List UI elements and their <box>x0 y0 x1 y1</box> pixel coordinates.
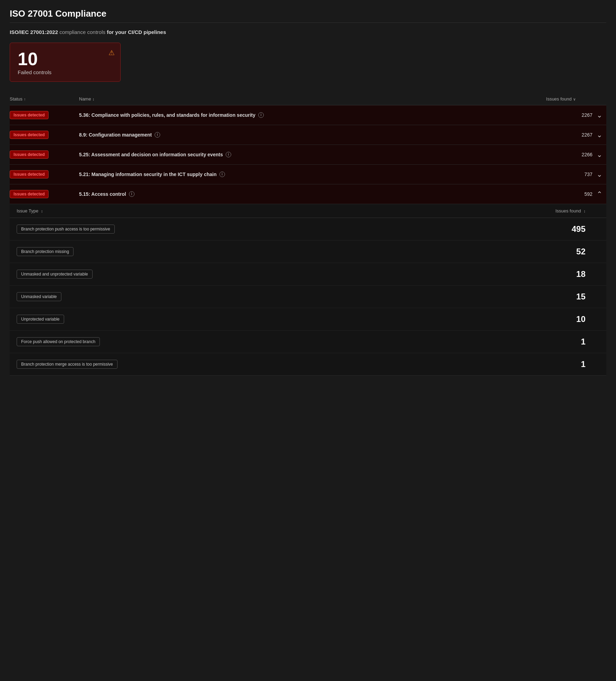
table-header-row: Status↑ Name↕ Issues found∨ <box>10 93 606 105</box>
info-icon-3[interactable]: i <box>226 152 231 157</box>
expand-btn-4[interactable] <box>592 170 606 178</box>
sub-header-issues: Issues found ↕ <box>530 208 599 213</box>
sub-table-header: Issue Type ↕ Issues found ↕ <box>10 204 606 218</box>
status-badge-4: Issues detected <box>10 170 49 178</box>
status-badge-5: Issues detected <box>10 190 49 198</box>
row-issues-1: 2267 <box>551 112 592 118</box>
header-issues: Issues found∨ <box>537 96 592 102</box>
subtitle-standard: ISO/IEC 27001:2022 <box>10 29 58 35</box>
row-issues-2: 2267 <box>551 132 592 138</box>
table-row: Issues detected 5.15: Access control i 5… <box>10 184 606 204</box>
row-status-5: Issues detected <box>10 190 79 198</box>
table-row: Issues detected 5.21: Managing informati… <box>10 165 606 184</box>
row-issues-4: 737 <box>551 172 592 177</box>
sub-row-type-7: Branch protection merge access is too pe… <box>17 360 530 369</box>
sub-row: Branch protection push access is too per… <box>10 218 606 241</box>
table-row: Issues detected 5.25: Assessment and dec… <box>10 145 606 165</box>
expand-btn-1[interactable] <box>592 111 606 119</box>
sub-issues-count-3: 18 <box>530 269 599 279</box>
row-issues-3: 2266 <box>551 152 592 157</box>
sub-row-type-4: Unmasked variable <box>17 292 530 301</box>
sub-row-type-3: Unmasked and unprotected variable <box>17 270 530 279</box>
issue-type-badge-2[interactable]: Branch protection missing <box>17 247 73 256</box>
info-icon-2[interactable]: i <box>155 132 160 138</box>
sub-row: Unprotected variable 10 <box>10 308 606 331</box>
sub-row: Branch protection missing 52 <box>10 241 606 263</box>
sub-issues-count-7: 1 <box>530 359 599 369</box>
row-name-5: 5.15: Access control i <box>79 191 551 197</box>
info-icon-1[interactable]: i <box>258 112 264 118</box>
row-name-3: 5.25: Assessment and decision on informa… <box>79 152 551 157</box>
expand-btn-2[interactable] <box>592 131 606 139</box>
row-status-1: Issues detected <box>10 111 79 119</box>
row-name-1: 5.36: Compliance with policies, rules, a… <box>79 112 551 118</box>
sub-issues-count-5: 10 <box>530 314 599 324</box>
row-status-4: Issues detected <box>10 170 79 178</box>
header-name: Name↕ <box>79 96 537 102</box>
header-status: Status↑ <box>10 96 79 102</box>
row-status-2: Issues detected <box>10 131 79 139</box>
status-sort-icon[interactable]: ↑ <box>24 97 26 101</box>
issue-type-badge-1[interactable]: Branch protection push access is too per… <box>17 225 115 234</box>
issue-type-badge-5[interactable]: Unprotected variable <box>17 315 64 324</box>
name-sort-icon[interactable]: ↕ <box>93 97 95 101</box>
table-row: Issues detected 8.9: Configuration manag… <box>10 125 606 145</box>
issue-type-badge-3[interactable]: Unmasked and unprotected variable <box>17 270 93 279</box>
subtitle-pipeline: for your CI/CD pipelines <box>107 29 166 35</box>
expand-btn-5[interactable] <box>592 190 606 198</box>
sub-row-type-6: Force push allowed on protected branch <box>17 337 530 346</box>
issue-type-badge-6[interactable]: Force push allowed on protected branch <box>17 337 100 346</box>
sub-issues-count-1: 495 <box>530 224 599 234</box>
failed-controls-number: 10 <box>18 50 113 68</box>
page-title: ISO 27001 Compliance <box>10 8 606 19</box>
sub-row: Branch protection merge access is too pe… <box>10 353 606 375</box>
sub-row-type-2: Branch protection missing <box>17 247 530 256</box>
sub-header-type: Issue Type ↕ <box>17 208 530 213</box>
sub-row-type-5: Unprotected variable <box>17 315 530 324</box>
expand-btn-3[interactable] <box>592 150 606 159</box>
expanded-section: Issue Type ↕ Issues found ↕ Branch prote… <box>10 204 606 376</box>
row-issues-5: 592 <box>551 191 592 197</box>
row-name-4: 5.21: Managing information security in t… <box>79 172 551 177</box>
sub-issues-sort-icon[interactable]: ↕ <box>584 209 586 213</box>
main-table: Status↑ Name↕ Issues found∨ Issues detec… <box>10 93 606 376</box>
sub-issues-count-2: 52 <box>530 247 599 256</box>
sub-type-sort-icon[interactable]: ↕ <box>41 209 43 213</box>
issue-type-badge-4[interactable]: Unmasked variable <box>17 292 61 301</box>
page-container: ISO 27001 Compliance ISO/IEC 27001:2022 … <box>0 0 616 384</box>
table-row: Issues detected 5.36: Compliance with po… <box>10 105 606 125</box>
info-icon-4[interactable]: i <box>219 172 225 177</box>
sub-row: Unmasked and unprotected variable 18 <box>10 263 606 286</box>
subtitle-compliance: compliance controls <box>58 29 107 35</box>
status-badge-1: Issues detected <box>10 111 49 119</box>
failed-controls-card: 10 Failed controls ⚠ <box>10 43 121 82</box>
failed-controls-label: Failed controls <box>18 69 113 75</box>
issues-sort-icon[interactable]: ∨ <box>573 97 576 102</box>
sub-issues-count-4: 15 <box>530 292 599 302</box>
warning-icon: ⚠ <box>109 49 115 57</box>
status-badge-2: Issues detected <box>10 131 49 139</box>
sub-row: Unmasked variable 15 <box>10 286 606 308</box>
sub-issues-count-6: 1 <box>530 337 599 347</box>
page-divider <box>10 23 606 23</box>
row-status-3: Issues detected <box>10 150 79 159</box>
issue-type-badge-7[interactable]: Branch protection merge access is too pe… <box>17 360 118 369</box>
sub-row-type-1: Branch protection push access is too per… <box>17 225 530 234</box>
subtitle: ISO/IEC 27001:2022 compliance controls f… <box>10 29 606 35</box>
info-icon-5[interactable]: i <box>129 191 135 197</box>
status-badge-3: Issues detected <box>10 150 49 159</box>
sub-row: Force push allowed on protected branch 1 <box>10 331 606 353</box>
row-name-2: 8.9: Configuration management i <box>79 132 551 138</box>
